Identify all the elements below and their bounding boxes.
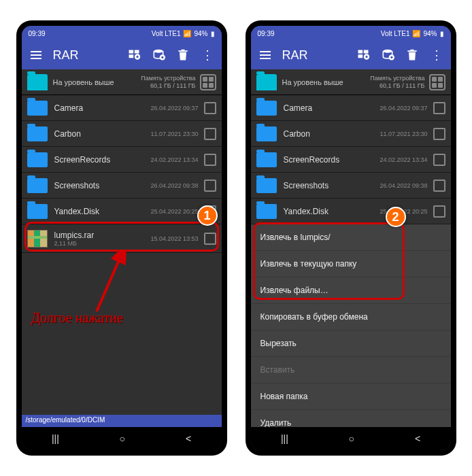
more-icon[interactable]: ⋮ [200,48,215,63]
archive-extract-icon[interactable] [380,48,395,63]
folder-row[interactable]: Screenshots 26.04.2022 09:38 [22,173,222,199]
folder-row[interactable]: Carbon 11.07.2021 23:30 [22,121,222,147]
folder-icon [27,101,48,116]
ctx-copy[interactable]: Копировать в буфер обмена [251,304,451,330]
file-size: 2,11 МБ [54,240,151,247]
more-icon[interactable]: ⋮ [429,48,444,63]
checkbox[interactable] [204,180,216,192]
ctx-extract-here[interactable]: Извлечь в текущую папку [251,251,451,277]
ctx-paste: Вставить [251,357,451,384]
file-row-rar[interactable]: lumpics.rar 2,11 МБ 15.04.2022 13:53 [22,224,222,253]
file-date: 15.04.2022 13:53 [150,235,198,242]
app-bar: RAR ⋮ [22,41,222,69]
folder-date: 11.07.2021 23:30 [150,131,198,137]
folder-row[interactable]: ScreenRecords 24.02.2022 13:34 [22,147,222,173]
ctx-extract-files[interactable]: Извлечь файлы… [251,277,451,304]
checkbox[interactable] [204,154,216,166]
archive-extract-icon[interactable] [151,48,166,63]
status-time: 09:39 [29,30,46,37]
archive-add-icon[interactable] [127,48,141,63]
status-bar: 09:39 Volt LTE1 📶 94% ▮ [22,26,222,41]
signal-icon: 📶 [412,30,420,37]
folder-name: Camera [284,103,380,113]
storage-row[interactable]: На уровень выше Память устройства 60,1 Г… [251,69,451,95]
delete-icon[interactable] [405,48,420,63]
folder-name: Carbon [284,129,380,139]
folder-icon [27,152,48,167]
checkbox[interactable] [204,128,216,140]
checkbox[interactable] [433,102,445,114]
folder-name: ScreenRecords [54,155,151,165]
checkbox[interactable] [204,233,216,245]
menu-icon[interactable] [258,48,273,63]
folder-row[interactable]: Yandex.Disk 25.04.2022 20:25 [251,199,451,224]
phone-left: 09:39 Volt LTE1 📶 94% ▮ RAR ⋮ [16,20,227,456]
folder-name: Camera [54,103,151,113]
status-bar: 09:39 Volt LTE1 📶 94% ▮ [251,26,451,41]
nav-back-icon[interactable]: < [186,433,191,444]
svg-point-1 [154,50,163,53]
checkbox[interactable] [204,102,216,114]
status-battery: 94% [194,30,207,37]
checkbox[interactable] [433,205,445,218]
folder-row[interactable]: Yandex.Disk 25.04.2022 20:25 [22,199,222,224]
status-net: Volt LTE1 [152,30,181,37]
folder-row[interactable]: Carbon 11.07.2021 23:30 [251,121,451,147]
folder-name: ScreenRecords [284,155,380,165]
nav-recent-icon[interactable]: ||| [281,433,288,444]
view-grid-icon[interactable] [429,74,445,90]
storage-value: 60,1 ГБ / 111 ГБ [370,82,424,90]
checkbox[interactable] [433,154,445,166]
up-level-label: На уровень выше [53,78,141,86]
storage-row[interactable]: На уровень выше Память устройства 60,1 Г… [22,69,222,95]
screen-right: 09:39 Volt LTE1 📶 94% ▮ RAR ⋮ [251,26,451,450]
screen-left: 09:39 Volt LTE1 📶 94% ▮ RAR ⋮ [22,26,222,450]
folder-name: Carbon [54,129,151,139]
folder-name: Screenshots [54,181,151,190]
folder-name: Yandex.Disk [284,207,380,216]
folder-row[interactable]: Camera 26.04.2022 09:37 [22,95,222,121]
step-badge-1: 1 [197,205,218,226]
menu-icon[interactable] [29,48,44,63]
step-badge-2: 2 [386,207,406,227]
delete-icon[interactable] [175,48,190,63]
signal-icon: 📶 [183,30,191,37]
ctx-extract-to[interactable]: Извлечь в lumpics/ [251,224,451,251]
nav-back-icon[interactable]: < [415,433,420,444]
folder-date: 26.04.2022 09:38 [150,182,198,189]
ctx-new-folder[interactable]: Новая папка [251,384,451,410]
folder-icon [256,101,277,116]
folder-date: 26.04.2022 09:38 [380,182,427,189]
ctx-delete[interactable]: Удалить [251,410,451,427]
app-bar: RAR ⋮ [251,41,451,69]
folder-icon [256,126,277,141]
view-grid-icon[interactable] [200,74,216,90]
nav-home-icon[interactable]: ○ [120,433,125,444]
up-level-label: На уровень выше [282,78,371,86]
folder-icon [27,126,48,141]
checkbox[interactable] [433,128,445,140]
folder-row[interactable]: Camera 26.04.2022 09:37 [251,95,451,121]
nav-recent-icon[interactable]: ||| [52,433,59,444]
folder-date: 26.04.2022 09:37 [380,105,427,112]
folder-date: 24.02.2022 13:34 [150,156,198,163]
checkbox[interactable] [433,180,445,192]
folder-row[interactable]: Screenshots 26.04.2022 09:38 [251,173,451,199]
folder-row[interactable]: ScreenRecords 24.02.2022 13:34 [251,147,451,173]
svg-line-3 [97,257,120,311]
rar-file-icon [27,230,48,248]
folder-name: Screenshots [284,181,380,190]
phone-right: 09:39 Volt LTE1 📶 94% ▮ RAR ⋮ [246,20,456,456]
status-net: Volt LTE1 [381,30,410,37]
arrow-icon [76,250,131,318]
folder-icon [27,178,48,193]
folder-icon [27,204,48,219]
svg-point-5 [383,50,392,53]
folder-date: 26.04.2022 09:37 [150,105,198,112]
nav-home-icon[interactable]: ○ [349,433,354,444]
ctx-cut[interactable]: Вырезать [251,330,451,357]
folder-icon [256,152,277,167]
folder-icon [256,204,277,219]
archive-add-icon[interactable] [356,48,371,63]
app-title: RAR [53,48,117,63]
